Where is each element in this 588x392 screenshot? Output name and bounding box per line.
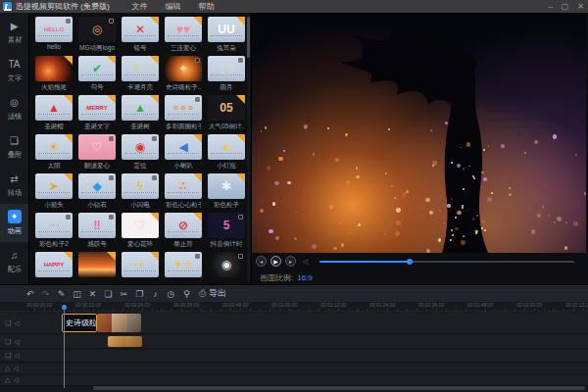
timeline-scrollbar[interactable] (93, 386, 585, 390)
effect-item[interactable]: ◆小钻石 (75, 172, 119, 212)
effect-item[interactable]: ☾卡通月亮 (119, 55, 162, 94)
ruler-tick (279, 309, 280, 311)
effect-item[interactable]: ∙∘ (119, 251, 162, 284)
sidebar-item-转场[interactable]: ⇄转场 (0, 166, 28, 204)
effect-item[interactable]: ◎MG动画logo (75, 16, 119, 55)
pip-clip[interactable] (108, 336, 142, 347)
copy-icon[interactable]: ❐ (133, 287, 146, 300)
sidebar-item-动画[interactable]: ✦动画 (0, 204, 28, 242)
effect-item[interactable]: 火焰拖尾 (32, 55, 75, 94)
undo-icon[interactable]: ↶ (24, 287, 36, 300)
delete-icon[interactable]: ✕ (86, 287, 99, 300)
effect-item[interactable]: ♥♥三连爱心 (162, 16, 205, 55)
edit-icon[interactable]: ✎ (55, 287, 68, 300)
playhead[interactable] (64, 306, 65, 388)
next-frame-button[interactable]: ▸ (285, 256, 296, 267)
sidebar-item-滤镜[interactable]: ◎滤镜 (0, 89, 28, 127)
video-clip[interactable] (97, 314, 141, 332)
effect-glyph: ▲ (134, 102, 146, 114)
effect-item[interactable]: ✦史诗级粒子... (162, 55, 205, 94)
effect-item[interactable]: ✦✧ (162, 251, 205, 284)
crop-icon[interactable]: ❏ (102, 287, 115, 300)
effect-item[interactable]: ◉ (205, 251, 248, 284)
audio-track-2[interactable]: △◁ (0, 375, 588, 386)
clip-label: 史诗级粒子...P (63, 315, 96, 331)
effect-item[interactable]: 5抖音倒计时 (205, 212, 248, 251)
menu-item-1[interactable]: 文件 (132, 1, 148, 12)
prev-frame-button[interactable]: ◂ (256, 256, 267, 267)
effect-clip[interactable]: 史诗级粒子...P (62, 314, 97, 332)
record-icon[interactable]: ⚲ (180, 287, 193, 300)
pip-track-1-speaker-icon[interactable]: ◁ (14, 338, 19, 346)
audio-track-2-speaker-icon[interactable]: ◁ (13, 376, 18, 384)
timeline-ruler[interactable]: 00:00:00:0000:00:12:0000:00:24:0000:00:3… (0, 302, 588, 312)
effect-item[interactable]: MERRY圣诞文字 (75, 94, 119, 133)
play-button[interactable]: ▶ (270, 256, 281, 267)
effect-item[interactable]: ✔勾号 (75, 55, 119, 94)
preview-volume-icon[interactable]: ◁ (301, 257, 310, 266)
effect-item[interactable]: ◯圆月 (205, 55, 248, 94)
effect-item[interactable]: 05大气05倒计... (205, 94, 248, 133)
audio-track-1-speaker-icon[interactable]: ◁ (13, 365, 18, 372)
seek-knob[interactable] (407, 259, 413, 265)
duration-icon[interactable]: ◷ (165, 287, 177, 300)
effect-item[interactable]: ➤小箭头 (32, 172, 75, 212)
pip-track-2-speaker-icon[interactable]: ◁ (14, 352, 19, 360)
effect-item[interactable]: HAPPY (32, 251, 75, 284)
ruler-tick (416, 309, 417, 311)
effect-item[interactable]: ∙·∙彩色粒子2 (32, 212, 75, 251)
preview-icon[interactable]: ◫ (71, 287, 83, 300)
ruler-tick (250, 309, 251, 311)
ruler-timecode: 00:02:00:00 (516, 303, 542, 309)
effect-item[interactable]: UU兔耳朵 (205, 16, 248, 55)
effect-item[interactable]: HELLOhello (32, 16, 75, 55)
maximize-icon[interactable]: ▢ (562, 2, 569, 11)
sidebar-item-叠附[interactable]: ❏叠附 (0, 127, 28, 166)
effect-item[interactable]: ♡翻滚爱心 (75, 133, 119, 172)
effects-scrollbar[interactable] (247, 15, 250, 282)
effect-item[interactable]: ∘∘∘多彩圆圈粒子 (162, 94, 205, 133)
effect-item[interactable]: ●小灯泡 (205, 133, 248, 172)
effect-item[interactable]: ◀小喇叭 (162, 133, 205, 172)
playhead-handle[interactable] (62, 305, 67, 310)
effect-item[interactable]: ✕错号 (119, 16, 162, 55)
menu-item-3[interactable]: 帮助 (199, 1, 215, 12)
effect-item[interactable]: ☀太阳 (32, 133, 75, 172)
menu-item-2[interactable]: 编辑 (166, 1, 181, 12)
close-icon[interactable]: ✕ (577, 2, 584, 11)
bokeh-dot (483, 177, 487, 181)
effect-label: hello (36, 43, 72, 50)
split-icon[interactable]: ✂ (118, 287, 130, 300)
effect-item[interactable]: ‼感叹号 (75, 212, 119, 251)
ruler-tick (583, 309, 584, 311)
video-preview[interactable] (252, 13, 586, 253)
pip-track-1[interactable]: ❏◁ (0, 335, 588, 349)
effect-item[interactable]: ◉定位 (119, 133, 162, 172)
effect-item[interactable]: ϟ小闪电 (119, 172, 162, 212)
aspect-ratio-value[interactable]: 16:9 (297, 273, 313, 282)
ruler-tick (505, 309, 506, 311)
sparkle-dot (484, 229, 486, 231)
bokeh-dot (481, 172, 484, 174)
effect-item[interactable]: ♡爱心花环 (119, 212, 162, 251)
volume-icon[interactable]: ♪ (149, 287, 162, 300)
effect-item[interactable] (75, 251, 119, 284)
video-track-speaker-icon[interactable]: ◁ (14, 319, 19, 327)
minimize-icon[interactable]: – (548, 2, 552, 11)
sidebar-item-配乐[interactable]: ♫配乐 (0, 242, 28, 280)
video-track[interactable]: ❏◁史诗级粒子...P (0, 313, 588, 334)
effect-item[interactable]: ⊘禁止符 (162, 212, 205, 251)
bokeh-dot (395, 231, 400, 236)
seek-bar[interactable] (319, 261, 574, 263)
effect-item[interactable]: ▲圣诞树 (119, 94, 162, 133)
effect-item[interactable]: ✱彩色粒子 (205, 172, 248, 212)
pip-track-2[interactable]: ❏◁ (0, 350, 588, 363)
ruler-tick (270, 309, 270, 311)
audio-track-1[interactable]: △◁ (0, 364, 588, 374)
export-button[interactable]: ⎙导出 (199, 287, 226, 300)
effect-item[interactable]: ▲圣诞帽 (32, 94, 75, 133)
sidebar-item-素材[interactable]: ▶素材 (0, 13, 28, 51)
ruler-tick (220, 309, 221, 311)
sidebar-item-文字[interactable]: TA文字 (0, 51, 28, 89)
effect-item[interactable]: ∴彩色心心粒子 (162, 172, 205, 212)
